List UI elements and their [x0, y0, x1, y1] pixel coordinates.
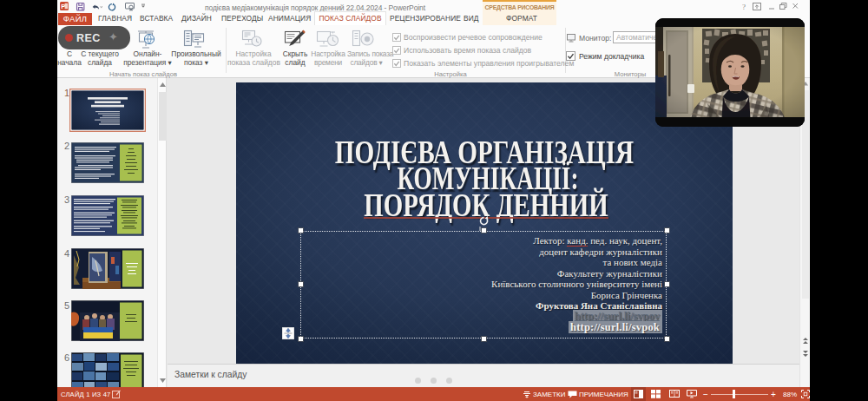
svg-text:P: P — [61, 3, 65, 10]
svg-text:?: ? — [742, 3, 746, 11]
